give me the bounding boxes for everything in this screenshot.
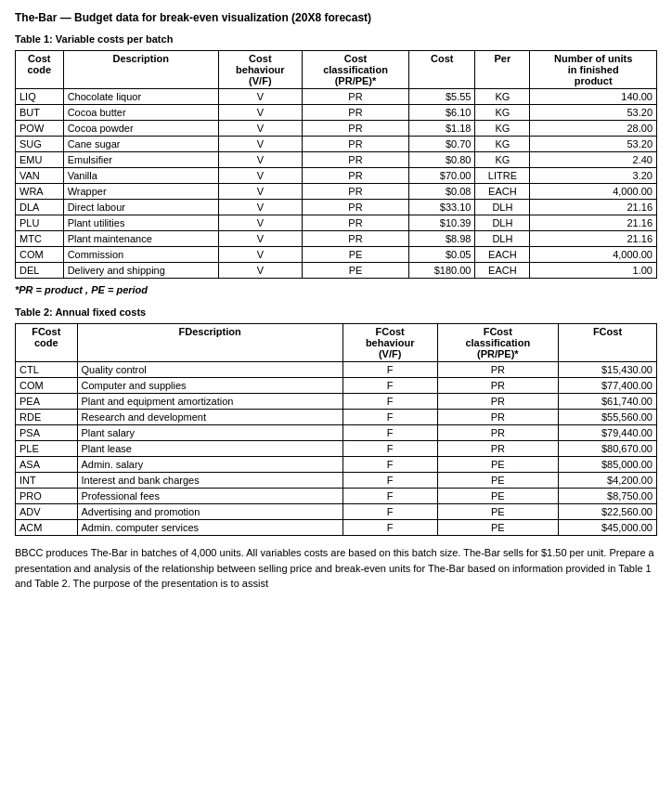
table-row: SUGCane sugarVPR$0.70KG53.20 (16, 137, 657, 152)
table-cell: DLH (475, 231, 530, 247)
table-cell: Admin. salary (77, 457, 342, 473)
table-cell: Direct labour (63, 200, 218, 215)
table-cell: F (342, 394, 437, 410)
table-cell: PR (437, 410, 558, 425)
table-cell: V (218, 152, 302, 168)
table-cell: $79,440.00 (558, 425, 656, 441)
table-cell: $70.00 (409, 168, 475, 184)
table-cell: Chocolate liquor (63, 89, 218, 105)
col-description: Description (63, 51, 218, 89)
table-cell: Vanilla (63, 168, 218, 184)
table-cell: 21.16 (530, 215, 657, 231)
table-cell: PR (302, 105, 408, 121)
table-cell: Delivery and shipping (63, 263, 218, 279)
table1-heading: Table 1: Variable costs per batch (15, 33, 657, 45)
table-cell: Interest and bank charges (77, 473, 342, 489)
table-cell: $45,000.00 (558, 520, 656, 536)
table-cell: RDE (16, 410, 78, 425)
table-cell: F (342, 504, 437, 520)
table-row: COMCommissionVPE$0.05EACH4,000.00 (16, 247, 657, 263)
table-cell: Quality control (77, 362, 342, 378)
table-cell: PR (437, 362, 558, 378)
table-cell: PR (302, 168, 408, 184)
table-cell: 140.00 (530, 89, 657, 105)
table-row: RDEResearch and developmentFPR$55,560.00 (16, 410, 657, 425)
table-cell: Advertising and promotion (77, 504, 342, 520)
table-cell: V (218, 89, 302, 105)
table-cell: Plant utilities (63, 215, 218, 231)
table1: Costcode Description Costbehaviour(V/F) … (15, 50, 657, 279)
table-cell: $61,740.00 (558, 394, 656, 410)
table-cell: $10.39 (409, 215, 475, 231)
fcol-cost-code: FCostcode (16, 324, 78, 362)
table-cell: DLH (475, 215, 530, 231)
table-cell: V (218, 184, 302, 200)
table-cell: $8,750.00 (558, 489, 656, 504)
table-cell: $55,560.00 (558, 410, 656, 425)
table-cell: PR (437, 394, 558, 410)
page-title: The-Bar — Budget data for break-even vis… (15, 11, 657, 24)
table-cell: EACH (475, 263, 530, 279)
fcol-cost: FCost (558, 324, 656, 362)
table-cell: Cocoa butter (63, 105, 218, 121)
table-row: ADVAdvertising and promotionFPE$22,560.0… (16, 504, 657, 520)
table-cell: PE (437, 457, 558, 473)
table-cell: KG (475, 121, 530, 137)
table-cell: $77,400.00 (558, 378, 656, 394)
table-cell: F (342, 473, 437, 489)
table2: FCostcode FDescription FCostbehaviour(V/… (15, 323, 657, 536)
table-cell: POW (16, 121, 64, 137)
table-cell: PR (437, 378, 558, 394)
table-cell: $33.10 (409, 200, 475, 215)
table-cell: EACH (475, 184, 530, 200)
table-cell: PE (437, 473, 558, 489)
table-row: ASAAdmin. salaryFPE$85,000.00 (16, 457, 657, 473)
table-cell: F (342, 425, 437, 441)
description-paragraph: BBCC produces The-Bar in batches of 4,00… (15, 545, 657, 592)
col-per: Per (475, 51, 530, 89)
table-cell: KG (475, 137, 530, 152)
table-row: PSAPlant salaryFPR$79,440.00 (16, 425, 657, 441)
table-cell: $4,200.00 (558, 473, 656, 489)
table-cell: Plant lease (77, 441, 342, 457)
table-cell: DLH (475, 200, 530, 215)
table-row: CTLQuality controlFPR$15,430.00 (16, 362, 657, 378)
table-cell: Plant maintenance (63, 231, 218, 247)
table-cell: Admin. computer services (77, 520, 342, 536)
table-cell: PR (302, 152, 408, 168)
table-row: DELDelivery and shippingVPE$180.00EACH1.… (16, 263, 657, 279)
table-cell: V (218, 168, 302, 184)
table-cell: $85,000.00 (558, 457, 656, 473)
table-cell: PR (437, 425, 558, 441)
table-cell: PR (302, 231, 408, 247)
table-row: VANVanillaVPR$70.00LITRE3.20 (16, 168, 657, 184)
table-cell: PR (302, 184, 408, 200)
table-cell: $0.05 (409, 247, 475, 263)
table-cell: PE (437, 489, 558, 504)
table-cell: ACM (16, 520, 78, 536)
fcol-description: FDescription (77, 324, 342, 362)
table-cell: PE (302, 247, 408, 263)
table-cell: PR (302, 215, 408, 231)
table-cell: F (342, 457, 437, 473)
table-cell: COM (16, 247, 64, 263)
table-cell: 2.40 (530, 152, 657, 168)
table-cell: V (218, 215, 302, 231)
table-row: EMUEmulsifierVPR$0.80KG2.40 (16, 152, 657, 168)
table-row: COMComputer and suppliesFPR$77,400.00 (16, 378, 657, 394)
col-cost: Cost (409, 51, 475, 89)
table-cell: DLA (16, 200, 64, 215)
table-cell: PE (437, 520, 558, 536)
table-row: DLADirect labourVPR$33.10DLH21.16 (16, 200, 657, 215)
table-cell: V (218, 121, 302, 137)
table-cell: $180.00 (409, 263, 475, 279)
table-cell: 53.20 (530, 137, 657, 152)
table-cell: PR (302, 137, 408, 152)
table-cell: $5.55 (409, 89, 475, 105)
table-cell: V (218, 137, 302, 152)
table2-heading: Table 2: Annual fixed costs (15, 306, 657, 318)
table-cell: BUT (16, 105, 64, 121)
table-cell: 4,000.00 (530, 184, 657, 200)
table-cell: PE (437, 504, 558, 520)
col-units: Number of unitsin finishedproduct (530, 51, 657, 89)
